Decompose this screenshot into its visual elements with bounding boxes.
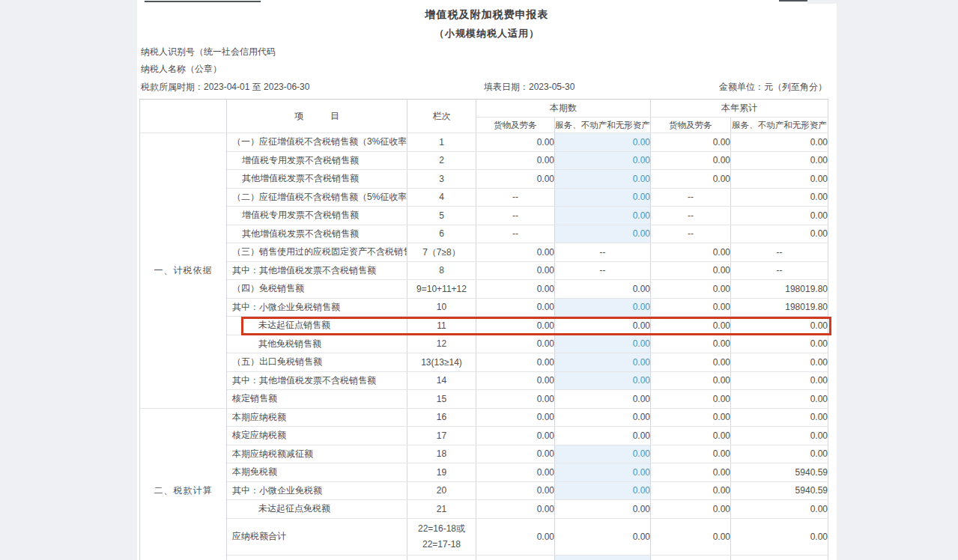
value-cell-editable[interactable]: 0.00 — [555, 371, 651, 390]
value-cell: 0.00 — [476, 371, 555, 390]
item-label: 其中：小微企业免税额 — [227, 481, 407, 500]
section-label: 二、税款计算 — [140, 408, 227, 560]
value-cell: 0.00 — [651, 243, 731, 262]
value-cell: 0.00 — [731, 133, 828, 152]
column-no: 2 — [407, 151, 476, 170]
value-cell: 5940.59 — [731, 463, 828, 482]
form-subtitle: （小规模纳税人适用） — [137, 27, 837, 40]
column-no: 16 — [407, 408, 476, 427]
value-cell-editable[interactable]: 0.00 — [555, 151, 651, 170]
item-label: 其中：其他增值税发票不含税销售额 — [227, 261, 407, 280]
value-cell-editable[interactable]: 0.00 — [555, 335, 651, 353]
value-cell-editable[interactable] — [555, 555, 651, 560]
section-label: 一、计税依据 — [140, 133, 227, 409]
table-row: 其他免税销售额120.000.000.000.00 — [140, 335, 828, 353]
col-header-current-period: 本期数 — [476, 100, 651, 118]
value-cell-editable[interactable]: 0.00 — [555, 298, 651, 317]
form-sheet: 增值税及附加税费申报表 （小规模纳税人适用） 纳税人识别号（统一社会信用代码 纳… — [137, 0, 837, 560]
value-cell: 0.00 — [651, 298, 731, 317]
value-cell-editable[interactable]: 0.00 — [555, 445, 651, 463]
value-cell: 0.00 — [555, 390, 651, 409]
value-cell: 0.00 — [731, 518, 828, 555]
value-cell: 0.00 — [651, 133, 731, 152]
col-header-goods-current: 货物及劳务 — [476, 118, 555, 133]
value-cell: 0.00 — [731, 500, 828, 519]
column-no: 18 — [407, 445, 476, 463]
item-label: 其他增值税发票不含税销售额 — [227, 225, 407, 243]
value-cell: 0.00 — [476, 317, 555, 335]
value-cell: 0.00 — [731, 445, 828, 463]
value-cell: 0.00 — [476, 133, 555, 152]
value-cell-editable[interactable]: 0.00 — [555, 133, 651, 152]
tax-period-label: 税款所属时期：2023-04-01 至 2023-06-30 — [141, 81, 309, 94]
item-label: 未达起征点免税额 — [227, 500, 407, 519]
value-cell: 198019.80 — [731, 298, 828, 317]
value-cell: 0.00 — [476, 500, 555, 519]
table-row: 本期免税额190.000.000.005940.59 — [140, 463, 828, 482]
col-header-goods-ytd: 货物及劳务 — [651, 118, 731, 133]
item-label: 其中：其他增值税发票不含税销售额 — [227, 371, 407, 390]
value-cell: 0.00 — [476, 390, 555, 409]
value-cell-editable[interactable]: 0.00 — [555, 481, 651, 500]
item-label: （一）应征增值税不含税销售额（3%征收率） — [227, 133, 407, 152]
value-cell: 0.00 — [555, 408, 651, 427]
value-cell: 198019.80 — [731, 280, 828, 299]
column-no: 12 — [407, 335, 476, 353]
value-cell: 0.00 — [651, 408, 731, 427]
column-no: 13(13≥14) — [407, 353, 476, 372]
column-no: 20 — [407, 481, 476, 500]
value-cell: 0.00 — [476, 151, 555, 170]
value-cell: 0.00 — [476, 445, 555, 463]
column-no: 22=16-18或22=17-18 — [407, 518, 476, 555]
column-no: 4 — [407, 188, 476, 207]
value-cell-editable[interactable]: 0.00 — [555, 188, 651, 207]
top-edge-line-right — [779, 0, 807, 1]
item-label: （二）应征增值税不含税销售额（5%征收率） — [227, 188, 407, 207]
value-cell: 0.00 — [651, 500, 731, 519]
value-cell: 0.00 — [476, 463, 555, 482]
fill-date-label: 填表日期：2023-05-30 — [484, 81, 575, 94]
value-cell: 0.00 — [651, 317, 731, 335]
table-row: 其他增值税发票不含税销售额30.000.000.000.00 — [140, 170, 828, 189]
value-cell-editable[interactable]: 0.00 — [555, 170, 651, 189]
value-cell: 5940.59 — [731, 481, 828, 500]
value-cell: 0.00 — [555, 280, 651, 299]
value-cell-editable[interactable]: 0.00 — [555, 207, 651, 225]
value-cell: 0.00 — [731, 408, 828, 427]
value-cell: 0.00 — [476, 298, 555, 317]
table-row: 其中：其他增值税发票不含税销售额140.000.000.000.00 — [140, 371, 828, 390]
value-cell: 0.00 — [731, 225, 828, 243]
value-cell-editable[interactable]: 0.00 — [555, 353, 651, 372]
value-cell: 0.00 — [651, 390, 731, 409]
value-cell: -- — [731, 243, 828, 262]
col-header-item: 项 目 — [227, 100, 407, 133]
item-label: 应纳税额合计 — [227, 518, 407, 555]
table-row: 其中：小微企业免税额200.000.000.005940.59 — [140, 481, 828, 500]
value-cell: 0.00 — [476, 243, 555, 262]
value-cell: 0.00 — [476, 427, 555, 445]
table-row: 其中：其他增值税发票不含税销售额80.00--0.00-- — [140, 261, 828, 280]
table-row — [140, 555, 828, 560]
column-no: 8 — [407, 261, 476, 280]
table-row: 本期应纳税额减征额180.000.000.000.00 — [140, 445, 828, 463]
column-no: 17 — [407, 427, 476, 445]
value-cell-editable[interactable]: 0.00 — [555, 225, 651, 243]
column-no: 3 — [407, 170, 476, 189]
column-no: 11 — [407, 317, 476, 335]
item-label: 核定销售额 — [227, 390, 407, 409]
column-no: 14 — [407, 371, 476, 390]
table-row: （四）免税销售额9=10+11+120.000.000.00198019.80 — [140, 280, 828, 299]
value-cell — [731, 555, 828, 560]
item-label: （四）免税销售额 — [227, 280, 407, 299]
value-cell: 0.00 — [731, 371, 828, 390]
item-label: 其中：小微企业免税销售额 — [227, 298, 407, 317]
value-cell: -- — [651, 225, 731, 243]
value-cell: 0.00 — [651, 445, 731, 463]
col-header-services-current: 服务、不动产和无形资产 — [555, 118, 651, 133]
col-header-year-to-date: 本年累计 — [651, 100, 828, 118]
item-label: 本期应纳税额减征额 — [227, 445, 407, 463]
value-cell-editable[interactable]: 0.00 — [555, 463, 651, 482]
value-cell: 0.00 — [731, 151, 828, 170]
value-cell: -- — [731, 261, 828, 280]
column-no: 7（7≥8） — [407, 243, 476, 262]
